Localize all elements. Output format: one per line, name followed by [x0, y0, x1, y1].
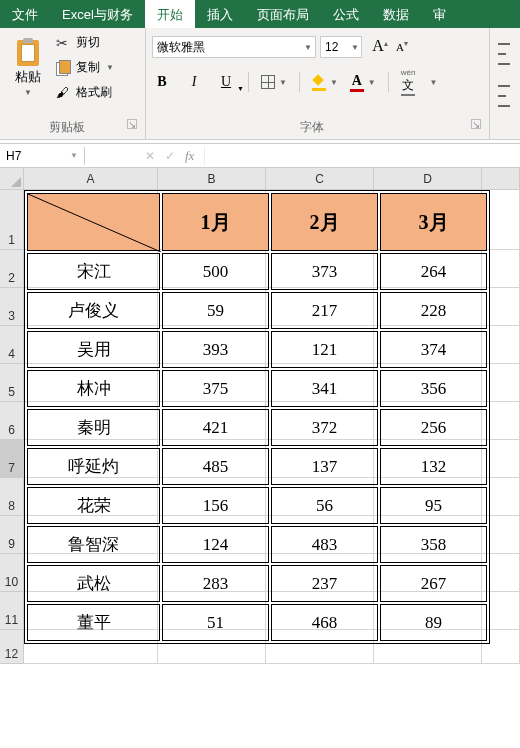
increase-font-button[interactable]: A▴: [370, 37, 390, 57]
accept-formula-button[interactable]: ✓: [165, 149, 175, 163]
table-value-cell[interactable]: 356: [380, 370, 487, 407]
col-header-b[interactable]: B: [158, 168, 266, 190]
table-value-cell[interactable]: 468: [271, 604, 378, 641]
underline-dropdown-icon[interactable]: ▼: [237, 79, 244, 99]
pinyin-button[interactable]: wén文: [401, 68, 416, 96]
table-header-month2[interactable]: 2月: [271, 193, 378, 251]
row-header-5[interactable]: 5: [0, 364, 24, 402]
row-header-3[interactable]: 3: [0, 288, 24, 326]
table-value-cell[interactable]: 483: [271, 526, 378, 563]
row-header-1[interactable]: 1: [0, 190, 24, 250]
row-header-4[interactable]: 4: [0, 326, 24, 364]
font-name-dropdown-icon[interactable]: ▼: [301, 43, 315, 52]
select-all-cell[interactable]: [0, 168, 24, 190]
row-header-6[interactable]: 6: [0, 402, 24, 440]
decrease-font-button[interactable]: A▾: [392, 37, 412, 57]
table-value-cell[interactable]: 228: [380, 292, 487, 329]
align-top-button[interactable]: [496, 40, 512, 68]
table-value-cell[interactable]: 95: [380, 487, 487, 524]
table-value-cell[interactable]: 375: [162, 370, 269, 407]
table-corner-cell[interactable]: [27, 193, 160, 251]
table-name-cell[interactable]: 呼延灼: [27, 448, 160, 485]
table-value-cell[interactable]: 137: [271, 448, 378, 485]
col-header-c[interactable]: C: [266, 168, 374, 190]
table-name-cell[interactable]: 宋江: [27, 253, 160, 290]
row-header-11[interactable]: 11: [0, 592, 24, 630]
table-name-cell[interactable]: 吴用: [27, 331, 160, 368]
cut-button[interactable]: 剪切: [54, 32, 116, 53]
tab-data[interactable]: 数据: [371, 0, 421, 28]
table-value-cell[interactable]: 372: [271, 409, 378, 446]
font-launcher[interactable]: ↘: [471, 119, 481, 129]
tab-rest[interactable]: 审: [421, 0, 458, 28]
font-size-input[interactable]: [321, 40, 349, 54]
row-header-8[interactable]: 8: [0, 478, 24, 516]
tab-excel-finance[interactable]: Excel与财务: [50, 0, 145, 28]
font-name-combo[interactable]: ▼: [152, 36, 316, 58]
format-painter-button[interactable]: 格式刷: [54, 82, 116, 103]
tab-file[interactable]: 文件: [0, 0, 50, 28]
table-value-cell[interactable]: 89: [380, 604, 487, 641]
font-size-combo[interactable]: ▼: [320, 36, 362, 58]
table-header-month3[interactable]: 3月: [380, 193, 487, 251]
table-name-cell[interactable]: 秦明: [27, 409, 160, 446]
row-header-9[interactable]: 9: [0, 516, 24, 554]
tab-formulas[interactable]: 公式: [321, 0, 371, 28]
table-header-month1[interactable]: 1月: [162, 193, 269, 251]
table-value-cell[interactable]: 500: [162, 253, 269, 290]
table-value-cell[interactable]: 217: [271, 292, 378, 329]
paste-button[interactable]: 粘贴 ▼: [6, 32, 50, 117]
table-value-cell[interactable]: 264: [380, 253, 487, 290]
table-name-cell[interactable]: 林冲: [27, 370, 160, 407]
name-box-dropdown-icon[interactable]: ▼: [70, 151, 78, 160]
col-header-a[interactable]: A: [24, 168, 158, 190]
row-header-2[interactable]: 2: [0, 250, 24, 288]
table-value-cell[interactable]: 374: [380, 331, 487, 368]
clipboard-launcher[interactable]: ↘: [127, 119, 137, 129]
cancel-formula-button[interactable]: ✕: [145, 149, 155, 163]
table-name-cell[interactable]: 武松: [27, 565, 160, 602]
table-value-cell[interactable]: 421: [162, 409, 269, 446]
tab-page-layout[interactable]: 页面布局: [245, 0, 321, 28]
table-value-cell[interactable]: 156: [162, 487, 269, 524]
table-value-cell[interactable]: 393: [162, 331, 269, 368]
row-header-10[interactable]: 10: [0, 554, 24, 592]
table-value-cell[interactable]: 358: [380, 526, 487, 563]
borders-button[interactable]: ▼: [261, 75, 287, 89]
table-value-cell[interactable]: 121: [271, 331, 378, 368]
fill-color-button[interactable]: ▼: [312, 74, 338, 91]
paste-dropdown-icon[interactable]: ▼: [24, 88, 32, 97]
tab-home[interactable]: 开始: [145, 0, 195, 28]
table-value-cell[interactable]: 256: [380, 409, 487, 446]
col-header-e[interactable]: [482, 168, 520, 190]
formula-input[interactable]: [204, 146, 520, 165]
table-value-cell[interactable]: 237: [271, 565, 378, 602]
table-value-cell[interactable]: 124: [162, 526, 269, 563]
align-left-button[interactable]: [496, 82, 512, 110]
name-box[interactable]: H7 ▼: [0, 147, 85, 165]
table-value-cell[interactable]: 283: [162, 565, 269, 602]
font-size-dropdown-icon[interactable]: ▼: [349, 43, 361, 52]
table-value-cell[interactable]: 59: [162, 292, 269, 329]
col-header-d[interactable]: D: [374, 168, 482, 190]
table-value-cell[interactable]: 132: [380, 448, 487, 485]
table-value-cell[interactable]: 267: [380, 565, 487, 602]
copy-dropdown-icon[interactable]: ▼: [106, 63, 114, 72]
tab-insert[interactable]: 插入: [195, 0, 245, 28]
font-color-button[interactable]: A▼: [350, 73, 376, 92]
italic-button[interactable]: I: [184, 72, 204, 92]
table-name-cell[interactable]: 花荣: [27, 487, 160, 524]
font-name-input[interactable]: [153, 40, 301, 54]
table-name-cell[interactable]: 董平: [27, 604, 160, 641]
table-name-cell[interactable]: 卢俊义: [27, 292, 160, 329]
fx-label[interactable]: fx: [185, 148, 194, 164]
table-name-cell[interactable]: 鲁智深: [27, 526, 160, 563]
row-header-12[interactable]: 12: [0, 630, 24, 664]
underline-button[interactable]: U▼: [216, 72, 236, 92]
table-value-cell[interactable]: 373: [271, 253, 378, 290]
row-header-7[interactable]: 7: [0, 440, 24, 478]
table-value-cell[interactable]: 341: [271, 370, 378, 407]
copy-button[interactable]: 复制 ▼: [54, 57, 116, 78]
bold-button[interactable]: B: [152, 72, 172, 92]
table-value-cell[interactable]: 485: [162, 448, 269, 485]
